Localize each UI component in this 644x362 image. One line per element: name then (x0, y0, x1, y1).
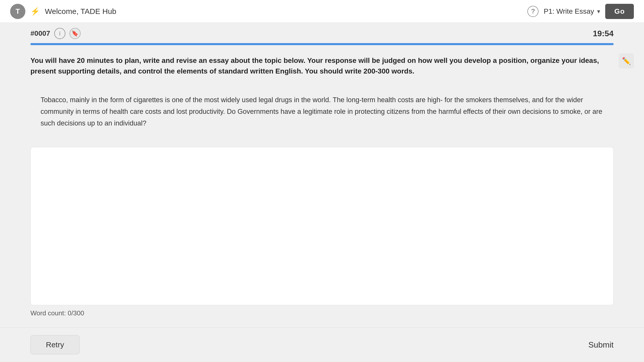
retry-button[interactable]: Retry (30, 335, 80, 354)
word-count: Word count: 0/300 (30, 309, 614, 317)
nav-left: T ⚡ Welcome, TADE Hub (10, 4, 116, 19)
info-icon[interactable]: i (54, 28, 65, 39)
question-id-area: #0007 i 🔖 (30, 28, 81, 39)
task-label: P1: Write Essay (544, 7, 594, 15)
essay-textarea[interactable] (31, 147, 613, 305)
progress-bar-fill (30, 43, 614, 45)
nav-title: Welcome, TADE Hub (45, 7, 116, 16)
task-selector[interactable]: P1: Write Essay ▾ (544, 7, 600, 15)
nav-bar: T ⚡ Welcome, TADE Hub ? P1: Write Essay … (0, 0, 644, 23)
topic-text: Tobacco, mainly in the form of cigarette… (30, 87, 614, 137)
timer: 19:54 (593, 29, 614, 38)
main-content: You will have 20 minutes to plan, write … (0, 45, 644, 327)
question-id: #0007 (30, 29, 50, 38)
footer-bar: Retry Submit (0, 327, 644, 362)
progress-area: #0007 i 🔖 19:54 (0, 23, 644, 45)
lightning-icon: ⚡ (30, 7, 40, 16)
chevron-down-icon: ▾ (597, 8, 600, 15)
submit-button[interactable]: Submit (588, 340, 614, 350)
essay-textarea-container (30, 147, 614, 305)
progress-bar-track (30, 43, 614, 45)
help-icon[interactable]: ? (527, 6, 539, 17)
go-button[interactable]: Go (605, 4, 634, 19)
avatar: T (10, 4, 25, 19)
bookmark-icon[interactable]: 🔖 (69, 28, 81, 39)
page-wrapper: #0007 i 🔖 19:54 ✏️ You will have 20 minu… (0, 23, 644, 362)
nav-right: ? P1: Write Essay ▾ Go (527, 4, 634, 19)
instruction-text: You will have 20 minutes to plan, write … (30, 55, 614, 77)
question-header: #0007 i 🔖 19:54 (30, 28, 614, 39)
pencil-icon: ✏️ (619, 53, 634, 68)
